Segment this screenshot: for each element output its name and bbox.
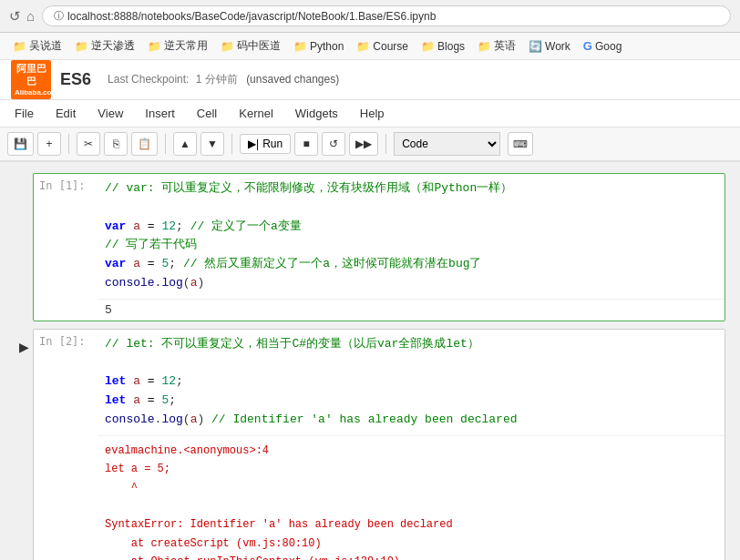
menu-insert[interactable]: Insert: [141, 105, 179, 122]
bookmark-google[interactable]: G Goog: [578, 37, 627, 55]
cell-1-in-label: In [1]:: [34, 174, 98, 192]
cell-1-code[interactable]: // var: 可以重复定义，不能限制修改，没有块级作用域（和Python一样）…: [98, 174, 725, 299]
folder-icon: 📁: [421, 40, 435, 53]
bookmark-blogs[interactable]: 📁 Blogs: [416, 38, 470, 55]
keyboard-shortcuts-button[interactable]: ⌨: [508, 132, 533, 156]
folder-icon: 📁: [148, 40, 161, 53]
logo-box: 阿里巴巴 Alibaba.com: [11, 60, 51, 99]
bookmark-label: 码中医道: [237, 38, 281, 54]
code2-line-3: let a = 5;: [105, 392, 717, 411]
restart-run-button[interactable]: ▶▶: [349, 132, 378, 156]
bookmark-nitian-seep[interactable]: 📁 逆天渗透: [69, 36, 140, 56]
lock-icon: ⓘ: [54, 9, 64, 23]
notebook-content: In [1]: // var: 可以重复定义，不能限制修改，没有块级作用域（和P…: [0, 162, 740, 560]
error-line-2: let a = 5;: [105, 460, 717, 478]
cell-2-input[interactable]: In [2]: // let: 不可以重复定义，相当于C#的变量（以后var全部…: [33, 329, 725, 560]
error-line-3: ^: [105, 479, 717, 497]
home-icon[interactable]: ⌂: [26, 8, 35, 25]
code2-line-4: console.log(a) // Identifier 'a' has alr…: [105, 411, 717, 430]
toolbar-separator-3: [231, 134, 232, 154]
menu-widgets[interactable]: Widgets: [292, 105, 342, 122]
error-line-1: evalmachine.<anonymous>:4: [105, 442, 717, 460]
error-line-4: SyntaxError: Identifier 'a' has already …: [105, 515, 717, 534]
menu-file[interactable]: File: [11, 105, 37, 122]
menu-kernel[interactable]: Kernel: [235, 105, 277, 122]
google-icon: G: [583, 39, 592, 53]
bookmark-wushudao[interactable]: 📁 吴说道: [7, 36, 67, 56]
error-line-5: at createScript (vm.js:80:10): [105, 535, 717, 553]
menu-edit[interactable]: Edit: [52, 105, 79, 122]
copy-button[interactable]: ⎘: [104, 132, 128, 156]
bookmark-label: 吴说道: [29, 38, 62, 54]
run-button[interactable]: ▶| Run: [240, 134, 291, 154]
cell-2-container: In [2]: // let: 不可以重复定义，相当于C#的变量（以后var全部…: [33, 329, 725, 560]
checkpoint-label: Last Checkpoint:: [108, 73, 189, 86]
move-up-button[interactable]: ▲: [173, 132, 197, 156]
nav-icons[interactable]: ↺ ⌂: [9, 8, 35, 25]
notebook-title: ES6: [60, 70, 91, 89]
cell-2-error-output: evalmachine.<anonymous>:4 let a = 5; ^ S…: [98, 435, 725, 560]
toolbar-separator-4: [385, 134, 386, 154]
cell-type-select[interactable]: Code Markdown Raw NBConvert Heading: [394, 132, 500, 156]
bookmark-label: 英语: [494, 38, 516, 54]
folder-icon: 📁: [293, 40, 307, 53]
cell-1-indicator: [15, 180, 33, 184]
toolbar-separator-2: [165, 134, 166, 154]
folder-icon: 📁: [13, 40, 26, 53]
folder-icon: 📁: [221, 40, 234, 53]
cell-2-in-label: In [2]:: [34, 330, 98, 348]
logo-text-sub: Alibaba.com: [15, 88, 47, 97]
code-line-3: // 写了若干代码: [105, 236, 717, 255]
cell-1-input[interactable]: In [1]: // var: 可以重复定义，不能限制修改，没有块级作用域（和P…: [33, 173, 725, 321]
bookmark-label: 逆天常用: [164, 38, 208, 54]
sync-icon: 🔄: [529, 40, 542, 53]
cut-button[interactable]: ✂: [77, 132, 100, 156]
bookmark-course[interactable]: 📁 Course: [351, 38, 414, 55]
checkpoint-info: Last Checkpoint: 1 分钟前 (unsaved changes): [108, 72, 339, 87]
refresh-icon[interactable]: ↺: [9, 8, 21, 25]
logo-text-main: 阿里巴巴: [15, 62, 47, 88]
cell-1-output-value: 5: [105, 303, 112, 317]
bookmark-mazhongyi[interactable]: 📁 码中医道: [215, 36, 286, 56]
bookmarks-bar: 📁 吴说道 📁 逆天渗透 📁 逆天常用 📁 码中医道 📁 Python 📁 Co…: [0, 33, 740, 60]
url-text: localhost:8888/notebooks/BaseCode/javasc…: [67, 10, 436, 23]
cell-2-wrapper: ▶ In [2]: // let: 不可以重复定义，相当于C#的变量（以后var…: [0, 329, 740, 560]
menu-cell[interactable]: Cell: [193, 105, 221, 122]
bookmark-work[interactable]: 🔄 Work: [523, 38, 576, 55]
bookmark-label: 逆天渗透: [91, 38, 135, 54]
cell-1-output: 5: [98, 299, 725, 321]
bookmark-python[interactable]: 📁 Python: [288, 38, 349, 55]
bookmark-label: Goog: [595, 40, 622, 53]
bookmark-english[interactable]: 📁 英语: [472, 36, 521, 56]
cell-2-indicator: ▶: [15, 336, 33, 354]
menu-help[interactable]: Help: [356, 105, 388, 122]
code-line-blank: [105, 199, 717, 218]
restart-button[interactable]: ↺: [322, 132, 345, 156]
move-down-button[interactable]: ▼: [200, 132, 224, 156]
folder-icon: 📁: [478, 40, 491, 53]
error-blank: [105, 497, 717, 515]
cell-1-label-row: In [1]: // var: 可以重复定义，不能限制修改，没有块级作用域（和P…: [34, 174, 725, 299]
toolbar: 💾 + ✂ ⎘ 📋 ▲ ▼ ▶| Run ■ ↺ ▶▶ Code Markdow…: [0, 127, 740, 162]
error-line-6: at Object.runInThisContext (vm.js:139:10…: [105, 553, 717, 560]
folder-icon: 📁: [75, 40, 88, 53]
cell-1-wrapper: In [1]: // var: 可以重复定义，不能限制修改，没有块级作用域（和P…: [0, 173, 740, 321]
alibaba-logo: 阿里巴巴 Alibaba.com: [11, 60, 51, 99]
code-line-4: var a = 5; // 然后又重新定义了一个a，这时候可能就有潜在bug了: [105, 255, 717, 274]
cell-2-code[interactable]: // let: 不可以重复定义，相当于C#的变量（以后var全部换成let） l…: [98, 330, 725, 435]
bookmark-label: Course: [373, 40, 408, 53]
unsaved-changes: (unsaved changes): [246, 73, 339, 86]
cell-2-label-row: In [2]: // let: 不可以重复定义，相当于C#的变量（以后var全部…: [34, 330, 725, 435]
stop-button[interactable]: ■: [294, 132, 318, 156]
code-line-1: // var: 可以重复定义，不能限制修改，没有块级作用域（和Python一样）: [105, 179, 717, 199]
menu-bar: File Edit View Insert Cell Kernel Widget…: [0, 100, 740, 127]
run-play-icon: ▶|: [248, 137, 259, 150]
bookmark-nitian-common[interactable]: 📁 逆天常用: [142, 36, 213, 56]
folder-icon: 📁: [356, 40, 370, 53]
notebook-header: 阿里巴巴 Alibaba.com ES6 Last Checkpoint: 1 …: [0, 60, 740, 100]
menu-view[interactable]: View: [94, 105, 127, 122]
add-cell-button[interactable]: +: [37, 132, 61, 156]
save-button[interactable]: 💾: [7, 132, 34, 156]
paste-button[interactable]: 📋: [131, 132, 158, 156]
address-bar[interactable]: ⓘ localhost:8888/notebooks/BaseCode/java…: [42, 5, 731, 26]
